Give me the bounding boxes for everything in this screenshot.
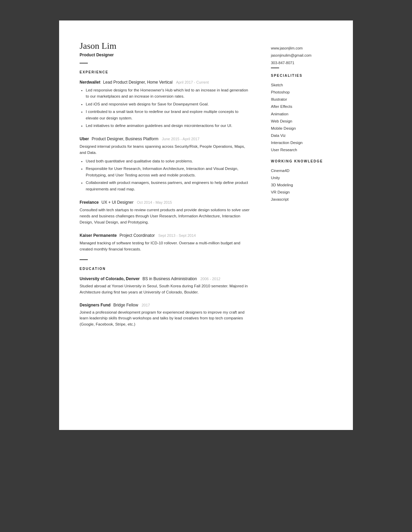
bullet-item: Led initiatives to define animation guid… (86, 123, 250, 129)
skill-photoshop: Photoshop (271, 89, 332, 95)
right-column: www.jasonjlim.com jasonjinulim@gmail.com… (264, 41, 332, 409)
job-kaiser-description: Managed tracking of software testing for… (80, 240, 250, 253)
edu-colorado-dates: 2006 - 2012 (200, 277, 220, 281)
right-divider-1 (271, 68, 279, 68)
skill-sketch: Sketch (271, 82, 332, 88)
job-freelance-company: Freelance (80, 200, 99, 205)
skill-illustrator: Illustrator (271, 97, 332, 102)
education-section: EDUCATION University of Colorado, Denver… (80, 267, 250, 328)
job-uber-bullets: Used both quantitative and qualitative d… (86, 158, 250, 192)
job-nerdwallet-role: Lead Product Designer, Home Vertical (103, 80, 173, 85)
section-divider (80, 259, 88, 260)
job-nerdwallet: Nerdwallet Lead Product Designer, Home V… (80, 79, 250, 129)
job-freelance-role: UX + UI Designer (101, 200, 134, 205)
edu-colorado-degree: BS in Business Administration (142, 276, 197, 281)
experience-section: EXPERIENCE Nerdwallet Lead Product Desig… (80, 70, 250, 253)
working-knowledge-title: WORKING KNOWLEDGE (271, 159, 332, 163)
job-kaiser-header: Kaiser Permanente Project Coordinator Se… (80, 232, 250, 238)
edu-designers-fund-description: Joined a professional development progra… (80, 310, 250, 328)
experience-section-title: EXPERIENCE (80, 70, 250, 74)
skill-after-effects: After Effects (271, 104, 332, 109)
working-knowledge-section: WORKING KNOWLEDGE Cinema4D Unity 3D Mode… (271, 159, 332, 202)
job-freelance-description: Consulted with tech startups to review c… (80, 207, 250, 225)
bullet-item: Responsible for User Research, Informati… (86, 166, 250, 178)
job-uber-header: Uber Product Designer, Business Platform… (80, 135, 250, 142)
job-nerdwallet-header: Nerdwallet Lead Product Designer, Home V… (80, 79, 250, 85)
edu-designers-fund-dates: 2017 (141, 303, 150, 307)
contact-email: jasonjinulim@gmail.com (271, 53, 332, 58)
job-freelance-dates: Oct 2014 - May 2015 (137, 200, 172, 204)
job-freelance: Freelance UX + UI Designer Oct 2014 - Ma… (80, 199, 250, 225)
job-nerdwallet-company: Nerdwallet (80, 80, 100, 85)
skill-interaction-design: Interaction Design (271, 140, 332, 145)
education-section-title: EDUCATION (80, 267, 250, 271)
job-uber: Uber Product Designer, Business Platform… (80, 135, 250, 192)
wk-javascript: Javascript (271, 197, 332, 202)
bullet-item: Led iOS and responsive web designs for S… (86, 101, 250, 107)
left-column: Jason Lim Product Designer EXPERIENCE Ne… (80, 41, 264, 409)
edu-colorado-school: University of Colorado, Denver (80, 276, 140, 281)
job-uber-role: Product Designer, Business Platform (92, 136, 158, 141)
bullet-item: Used both quantitative and qualitative d… (86, 158, 250, 164)
skill-web-design: Web Design (271, 118, 332, 124)
job-freelance-header: Freelance UX + UI Designer Oct 2014 - Ma… (80, 199, 250, 205)
job-uber-company: Uber (80, 136, 89, 141)
edu-colorado-header: University of Colorado, Denver BS in Bus… (80, 275, 250, 282)
skill-user-research: User Research (271, 147, 332, 153)
specialities-section: SPECIALITIES Sketch Photoshop Illustrato… (271, 74, 332, 153)
edu-designers-fund-header: Designers Fund Bridge Fellow 2017 (80, 302, 250, 308)
specialities-title: SPECIALITIES (271, 74, 332, 77)
wk-cinema4d: Cinema4D (271, 168, 332, 173)
bullet-item: Collaborated with product managers, busi… (86, 179, 250, 192)
bullet-item: Led responsive designs for the Homeowner… (86, 87, 250, 100)
job-kaiser-dates: Sept 2013 - Sept 2014 (158, 233, 196, 238)
wk-vr-design: VR Design (271, 189, 332, 195)
skill-mobile-design: Mobile Design (271, 126, 332, 131)
candidate-title: Product Designer (80, 53, 250, 57)
skill-data-viz: Data Viz (271, 133, 332, 138)
job-kaiser-company: Kaiser Permanente (80, 233, 117, 238)
bullet-item: I contributed to a small task force to r… (86, 109, 250, 121)
edu-colorado: University of Colorado, Denver BS in Bus… (80, 275, 250, 296)
edu-designers-fund-degree: Bridge Fellow (113, 303, 138, 307)
job-nerdwallet-dates: April 2017 - Current (176, 80, 209, 84)
job-kaiser: Kaiser Permanente Project Coordinator Se… (80, 232, 250, 253)
wk-3d-modeling: 3D Modeling (271, 182, 332, 188)
candidate-name: Jason Lim (80, 41, 250, 51)
resume-paper: Jason Lim Product Designer EXPERIENCE Ne… (59, 20, 353, 430)
job-nerdwallet-bullets: Led responsive designs for the Homeowner… (86, 87, 250, 129)
job-kaiser-role: Project Coordinator (120, 233, 155, 238)
edu-designers-fund-school: Designers Fund (80, 303, 111, 307)
edu-colorado-description: Studied abroad at Yonsei University in S… (80, 283, 250, 296)
job-uber-dates: June 2015 - April 2017 (162, 137, 200, 141)
contact-phone: 303-847-8071 (271, 60, 332, 66)
edu-designers-fund: Designers Fund Bridge Fellow 2017 Joined… (80, 302, 250, 328)
job-uber-description: Designed internal products for teams spa… (80, 144, 250, 156)
skill-animation: Animation (271, 111, 332, 117)
header-divider (80, 63, 88, 63)
contact-website: www.jasonjlim.com (271, 46, 332, 51)
wk-unity: Unity (271, 175, 332, 181)
